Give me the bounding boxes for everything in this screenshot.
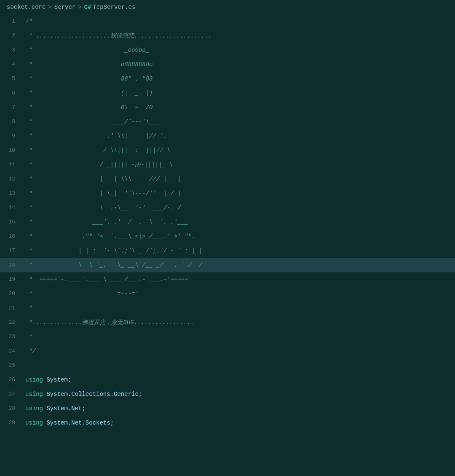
- line-number: 27: [0, 387, 22, 401]
- code-line-2: 2 * .....................我佛慈悲...........…: [0, 29, 455, 43]
- code-line-21: 21 *: [0, 301, 455, 315]
- line-content: *..............佛祖开光，永无BUG...............…: [22, 315, 455, 330]
- code-line-23: 23 *: [0, 330, 455, 344]
- code-line-22: 22 *..............佛祖开光，永无BUG............…: [0, 315, 455, 330]
- code-line-8: 8 * ___/`---'\___: [0, 115, 455, 129]
- line-content: using System;: [22, 373, 455, 387]
- code-line-3: 3 * _oo0oo_: [0, 43, 455, 57]
- breadcrumb-sep2: >: [78, 4, 81, 11]
- code-line-11: 11 * / _||||| -卍-|||||_ \: [0, 158, 455, 172]
- breadcrumb-sep1: >: [48, 4, 51, 11]
- line-content: * _oo0oo_: [22, 43, 455, 57]
- line-number: 24: [0, 344, 22, 358]
- breadcrumb-csharp-icon: C#: [84, 4, 91, 11]
- line-number: 8: [0, 115, 22, 129]
- line-number: 25: [0, 358, 22, 373]
- line-number: 28: [0, 401, 22, 416]
- line-content: * 0\ = /0: [22, 100, 455, 115]
- line-content: */: [22, 344, 455, 358]
- line-number: 21: [0, 301, 22, 315]
- line-number: 16: [0, 229, 22, 244]
- line-content: * \ \ `_. \_ __\ /__ _/ .-` / /: [22, 258, 455, 272]
- line-content: * (| -_- |): [22, 86, 455, 100]
- code-line-20: 20 * `=---=': [0, 287, 455, 301]
- code-line-7: 7 * 0\ = /0: [0, 100, 455, 115]
- line-number: 23: [0, 330, 22, 344]
- code-editor: 1/*2 * .....................我佛慈悲........…: [0, 14, 455, 476]
- line-number: 4: [0, 57, 22, 72]
- line-content: * / \\||| : |||// \: [22, 143, 455, 158]
- breadcrumb-part2: Server: [54, 4, 75, 11]
- line-number: 17: [0, 244, 22, 258]
- breadcrumb-filename: TcpServer.cs: [93, 4, 135, 11]
- code-line-29: 29using System.Net.Sockets;: [0, 416, 455, 430]
- line-content: using System.Net;: [22, 401, 455, 416]
- line-content: * =====`-.____`.___ \_____/___.-`___.-'=…: [22, 272, 455, 287]
- line-number: 15: [0, 215, 22, 229]
- line-number: 5: [0, 72, 22, 86]
- line-content: * ___/`---'\___: [22, 115, 455, 129]
- line-number: 2: [0, 29, 22, 43]
- code-line-19: 19 * =====`-.____`.___ \_____/___.-`___.…: [0, 272, 455, 287]
- code-line-4: 4 * o8888888o: [0, 57, 455, 72]
- line-number: 14: [0, 201, 22, 215]
- line-content: /*: [22, 14, 455, 29]
- line-content: * ."" '< `.___\_<|>_/___.' >' "".: [22, 229, 455, 244]
- line-number: 12: [0, 172, 22, 186]
- line-content: * \ .-\__ '-' ___/-. /: [22, 201, 455, 215]
- line-number: 9: [0, 129, 22, 143]
- line-content: using System.Collections.Generic;: [22, 387, 455, 401]
- line-content: * .....................我佛慈悲.............…: [22, 29, 455, 43]
- breadcrumb-part1: socket.core: [7, 4, 46, 11]
- line-number: 10: [0, 143, 22, 158]
- code-line-28: 28using System.Net;: [0, 401, 455, 416]
- line-number: 29: [0, 416, 22, 430]
- code-line-13: 13 * | \_| ''\---/'' |_/ |: [0, 186, 455, 201]
- code-line-14: 14 * \ .-\__ '-' ___/-. /: [0, 201, 455, 215]
- line-content: *: [22, 330, 455, 344]
- code-line-24: 24 */: [0, 344, 455, 358]
- code-line-17: 17 * | | : `- \`.;`\ _ /`;.`/ - ` : | |: [0, 244, 455, 258]
- code-line-5: 5 * 88" . "88: [0, 72, 455, 86]
- code-line-18: 18 * \ \ `_. \_ __\ /__ _/ .-` / /: [0, 258, 455, 272]
- line-content: * `=---=': [22, 287, 455, 301]
- line-number: 26: [0, 373, 22, 387]
- line-content: * ___'. .' /--.--\ `. .'___: [22, 215, 455, 229]
- line-number: 3: [0, 43, 22, 57]
- breadcrumb: socket.core > Server > C# TcpServer.cs: [0, 0, 455, 14]
- code-line-25: 25: [0, 358, 455, 373]
- code-line-15: 15 * ___'. .' /--.--\ `. .'___: [0, 215, 455, 229]
- code-line-12: 12 * | | \\\ - /// | |: [0, 172, 455, 186]
- line-number: 1: [0, 14, 22, 29]
- line-content: *: [22, 301, 455, 315]
- code-line-26: 26using System;: [0, 373, 455, 387]
- line-number: 20: [0, 287, 22, 301]
- code-line-9: 9 * .' \\| |// '.: [0, 129, 455, 143]
- line-content: * | \_| ''\---/'' |_/ |: [22, 186, 455, 201]
- line-number: 22: [0, 315, 22, 330]
- line-number: 6: [0, 86, 22, 100]
- line-content: using System.Net.Sockets;: [22, 416, 455, 430]
- line-content: * o8888888o: [22, 57, 455, 72]
- code-line-1: 1/*: [0, 14, 455, 29]
- line-content: * | | \\\ - /// | |: [22, 172, 455, 186]
- line-content: * | | : `- \`.;`\ _ /`;.`/ - ` : | |: [22, 244, 455, 258]
- code-line-16: 16 * ."" '< `.___\_<|>_/___.' >' "".: [0, 229, 455, 244]
- code-line-27: 27using System.Collections.Generic;: [0, 387, 455, 401]
- line-content: * / _||||| -卍-|||||_ \: [22, 158, 455, 172]
- line-number: 19: [0, 272, 22, 287]
- line-number: 13: [0, 186, 22, 201]
- line-content: * .' \\| |// '.: [22, 129, 455, 143]
- line-number: 7: [0, 100, 22, 115]
- line-number: 11: [0, 158, 22, 172]
- code-line-10: 10 * / \\||| : |||// \: [0, 143, 455, 158]
- code-line-6: 6 * (| -_- |): [0, 86, 455, 100]
- line-content: * 88" . "88: [22, 72, 455, 86]
- line-number: 18: [0, 258, 22, 272]
